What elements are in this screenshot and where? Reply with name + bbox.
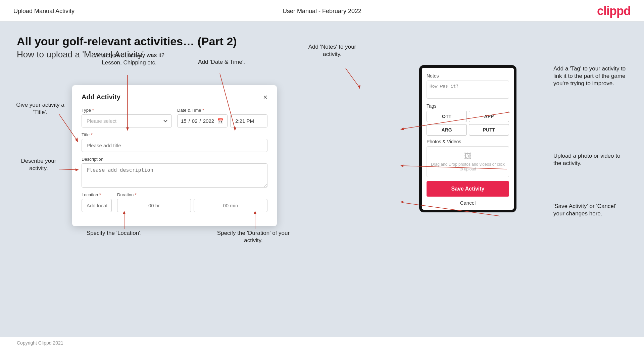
duration-hr-input[interactable] [117,199,191,212]
photos-hint: Drag and Drop photos and videos or click… [431,162,505,171]
type-label: Type * [82,108,172,113]
title-label: Title * [82,132,267,137]
notes-input[interactable] [427,81,509,99]
date-input[interactable]: 15 / 02 / 2022 📅 [177,114,228,127]
time-input[interactable] [230,114,267,127]
description-group: Description [82,157,267,188]
page-title: Upload Manual Activity [13,8,75,15]
duration-inputs [117,199,267,212]
copyright: Copyright Clippd 2021 [17,340,63,346]
location-label: Location * [82,192,112,197]
date-time-label: Date & Time * [177,108,267,113]
svg-marker-19 [400,201,403,203]
annotation-date-time: Add 'Date & Time'. [188,58,255,66]
header: Upload Manual Activity User Manual - Feb… [0,0,644,21]
duration-min-input[interactable] [194,199,267,212]
description-input[interactable] [82,163,267,188]
close-button[interactable]: × [263,94,267,101]
location-input[interactable] [82,199,112,212]
description-label: Description [82,157,267,162]
photo-icon: 🖼 [430,152,506,161]
annotation-title: Give your activity a 'Title'. [12,101,69,116]
title-group: Title * [82,132,267,152]
location-group: Location * [82,192,112,212]
calendar-icon[interactable]: 📅 [217,118,224,124]
annotation-describe: Describe your activity. [12,157,65,172]
annotation-activity-type: What type of activity was it? Lesson, Ch… [91,52,168,66]
svg-marker-17 [400,164,403,167]
footer: Copyright Clippd 2021 [0,337,644,349]
photos-upload-box[interactable]: 🖼 Drag and Drop photos and videos or cli… [427,146,509,177]
svg-marker-13 [358,85,360,89]
logo: clippd [597,4,631,18]
tags-grid: OTT APP ARG PUTT [427,111,509,136]
tag-arg[interactable]: ARG [427,124,467,136]
date-month: 02 [192,118,198,124]
date-time-group: Date & Time * 15 / 02 / 2022 📅 [177,108,267,127]
phone-inner: Notes Tags OTT APP ARG PUTT Photos & Vid… [422,68,514,210]
save-activity-button[interactable]: Save Activity [427,181,509,197]
type-group: Type * Please select [82,108,172,127]
dialog-header: Add Activity × [82,93,267,101]
duration-label: Duration * [117,192,267,197]
notes-label: Notes [427,73,509,79]
title-input[interactable] [82,139,267,152]
tags-section: Tags OTT APP ARG PUTT [427,103,509,136]
date-day: 15 [181,118,187,124]
annotation-tag: Add a 'Tag' to your activity to link it … [553,65,627,87]
dialog-title: Add Activity [82,93,120,101]
date-year: 2022 [203,118,214,124]
duration-group: Duration * [117,192,267,212]
annotation-save-cancel: 'Save Activity' or 'Cancel' your changes… [553,203,627,217]
cancel-button[interactable]: Cancel [427,200,509,206]
tags-label: Tags [427,103,509,109]
tag-putt[interactable]: PUTT [469,124,509,136]
page-subtitle: User Manual - February 2022 [283,8,361,15]
location-duration-row: Location * Duration * [82,192,267,212]
photos-label: Photos & Videos [427,139,509,144]
tag-ott[interactable]: OTT [427,111,467,122]
type-select[interactable]: Please select [82,114,172,127]
annotation-location: Specify the 'Location'. [81,229,148,237]
add-activity-dialog: Add Activity × Type * Please select Date… [72,85,277,226]
phone-mockup: Notes Tags OTT APP ARG PUTT Photos & Vid… [419,65,516,212]
photos-section: Photos & Videos 🖼 Drag and Drop photos a… [427,139,509,177]
date-time-inputs: 15 / 02 / 2022 📅 [177,114,267,127]
svg-line-12 [346,68,359,87]
annotation-photo: Upload a photo or video to the activity. [553,152,627,167]
annotation-duration: Specify the 'Duration' of your activity. [215,229,292,244]
annotation-notes: Add 'Notes' to your activity. [299,43,366,58]
main-content: All your golf-relevant activities… (Part… [0,21,644,337]
tag-app[interactable]: APP [469,111,509,122]
type-date-row: Type * Please select Date & Time * 15 / … [82,108,267,127]
svg-marker-15 [400,127,404,130]
